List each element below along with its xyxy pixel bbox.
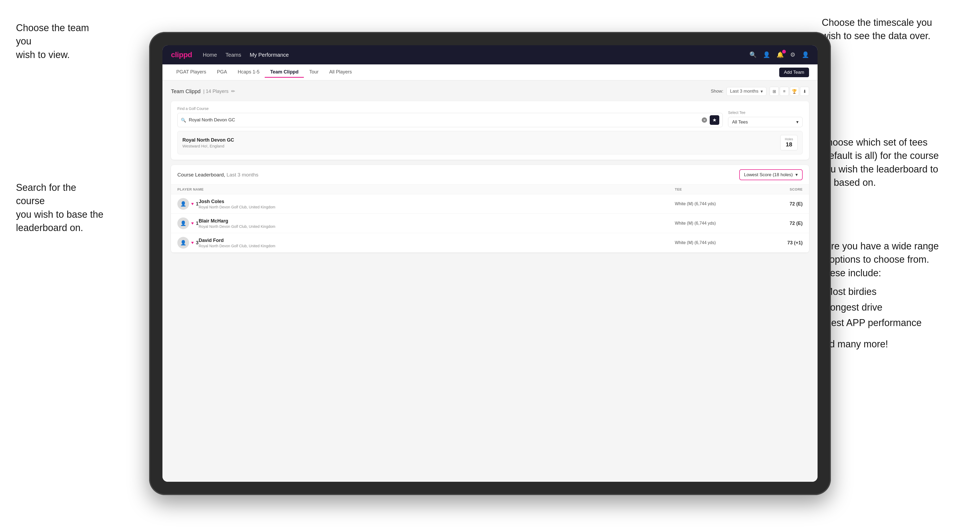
navbar: clippd Home Teams My Performance 🔍 👤 🔔 ⚙… xyxy=(162,45,818,64)
annotation-right-options: Here you have a wide range of options to… xyxy=(819,240,939,351)
course-name: Royal North Devon GC xyxy=(182,137,234,143)
nav-my-performance[interactable]: My Performance xyxy=(250,52,289,58)
rank-1: 1 xyxy=(196,201,199,207)
tab-pgat[interactable]: PGAT Players xyxy=(171,67,212,78)
nav-home[interactable]: Home xyxy=(203,52,217,58)
tee-dropdown[interactable]: All Tees ▾ xyxy=(728,117,803,127)
list-view-button[interactable]: ≡ xyxy=(780,87,789,96)
player-name-3: David Ford xyxy=(199,238,275,243)
col-player-name: PLAYER NAME xyxy=(177,187,675,191)
edit-icon[interactable]: ✏ xyxy=(231,88,235,94)
table-header-row: PLAYER NAME TEE SCORE xyxy=(171,185,809,194)
rank-3: 3 xyxy=(196,240,199,246)
table-row: 👤 ♥ 1 Josh Coles Royal North Devon Golf … xyxy=(171,194,809,214)
course-info: Royal North Devon GC Westward Ho!, Engla… xyxy=(182,137,234,148)
search-section: Find a Golf Course 🔍 ✕ ★ Select Tee All … xyxy=(171,101,809,160)
view-icons: ⊞ ≡ 🏆 ⬇ xyxy=(770,87,809,96)
search-icon[interactable]: 🔍 xyxy=(749,51,757,58)
tab-pga[interactable]: PGA xyxy=(212,67,232,78)
search-row: Find a Golf Course 🔍 ✕ ★ Select Tee All … xyxy=(177,106,803,127)
heart-icon-2[interactable]: ♥ xyxy=(191,221,194,226)
options-list: Most birdies Longest drive Best APP perf… xyxy=(819,285,939,330)
course-result: Royal North Devon GC Westward Ho!, Engla… xyxy=(177,131,803,154)
subnav-tabs: PGAT Players PGA Hcaps 1-5 Team Clippd T… xyxy=(171,67,779,78)
option-app: Best APP performance xyxy=(819,316,939,330)
search-icon: 🔍 xyxy=(181,117,186,123)
holes-label: Holes xyxy=(785,137,793,141)
tablet-screen: clippd Home Teams My Performance 🔍 👤 🔔 ⚙… xyxy=(162,45,818,482)
holes-number: 18 xyxy=(785,141,793,148)
rank-cell-2: 👤 ♥ 1 xyxy=(177,217,199,229)
score-type-dropdown[interactable]: Lowest Score (18 holes) ▾ xyxy=(739,169,803,180)
avatar-1: 👤 xyxy=(177,198,189,210)
col-score: SCORE xyxy=(755,187,803,191)
holes-box: Holes 18 xyxy=(780,135,797,151)
tab-all-players[interactable]: All Players xyxy=(324,67,357,78)
heart-icon-3[interactable]: ♥ xyxy=(191,240,194,245)
settings-icon[interactable]: ⚙ xyxy=(790,51,795,58)
trophy-view-button[interactable]: 🏆 xyxy=(790,87,799,96)
chevron-down-icon: ▾ xyxy=(760,89,763,94)
annotation-top-right: Choose the timescale you wish to see the… xyxy=(822,16,932,43)
player-club-3: Royal North Devon Golf Club, United King… xyxy=(199,244,275,248)
rank-cell-3: 👤 ♥ 3 xyxy=(177,237,199,249)
tee-info-1: White (M) (6,744 yds) xyxy=(675,202,755,206)
tee-info-2: White (M) (6,744 yds) xyxy=(675,221,755,226)
add-team-button[interactable]: Add Team xyxy=(779,68,809,77)
chevron-down-icon: ▾ xyxy=(795,172,798,178)
download-button[interactable]: ⬇ xyxy=(800,87,809,96)
show-dropdown[interactable]: Last 3 months ▾ xyxy=(727,87,767,96)
people-icon[interactable]: 👤 xyxy=(763,51,770,58)
notification-badge xyxy=(782,50,786,54)
navbar-icons: 🔍 👤 🔔 ⚙ 👤 xyxy=(749,51,809,58)
score-2: 72 (E) xyxy=(755,221,803,226)
leaderboard-table: PLAYER NAME TEE SCORE 👤 ♥ 1 J xyxy=(171,185,809,252)
tab-tour[interactable]: Tour xyxy=(304,67,324,78)
favorite-button[interactable]: ★ xyxy=(710,115,719,125)
table-row: 👤 ♥ 3 David Ford Royal North Devon Golf … xyxy=(171,233,809,252)
app-brand: clippd xyxy=(171,51,192,59)
leaderboard-title: Course Leaderboard, Last 3 months xyxy=(177,172,258,178)
show-controls: Show: Last 3 months ▾ ⊞ ≡ 🏆 ⬇ xyxy=(711,87,809,96)
find-course-label: Find a Golf Course xyxy=(177,106,723,111)
tee-info-3: White (M) (6,744 yds) xyxy=(675,240,755,245)
avatar-3: 👤 xyxy=(177,237,189,249)
leaderboard-section: Course Leaderboard, Last 3 months Lowest… xyxy=(171,165,809,252)
tee-group: Select Tee All Tees ▾ xyxy=(728,110,803,127)
col-tee: TEE xyxy=(675,187,755,191)
annotation-left-middle: Search for the course you wish to base t… xyxy=(16,181,107,235)
player-name-2: Blair McHarg xyxy=(199,218,275,224)
tee-label: Select Tee xyxy=(728,110,803,115)
grid-view-button[interactable]: ⊞ xyxy=(770,87,779,96)
player-name-1: Josh Coles xyxy=(199,199,275,205)
score-1: 72 (E) xyxy=(755,201,803,207)
option-drive: Longest drive xyxy=(819,301,939,314)
nav-teams[interactable]: Teams xyxy=(226,52,241,58)
subnav: PGAT Players PGA Hcaps 1-5 Team Clippd T… xyxy=(162,64,818,80)
option-birdies: Most birdies xyxy=(819,285,939,298)
content-area: Team Clippd | 14 Players ✏ Show: Last 3 … xyxy=(162,80,818,482)
search-input[interactable] xyxy=(189,117,699,123)
player-club-2: Royal North Devon Golf Club, United King… xyxy=(199,224,275,229)
player-info-1: Josh Coles Royal North Devon Golf Club, … xyxy=(199,199,675,209)
clear-search-button[interactable]: ✕ xyxy=(702,117,707,123)
avatar-icon[interactable]: 👤 xyxy=(802,51,809,58)
tab-hcaps[interactable]: Hcaps 1-5 xyxy=(232,67,265,78)
avatar-2: 👤 xyxy=(177,217,189,229)
navbar-links: Home Teams My Performance xyxy=(203,52,289,58)
table-row: 👤 ♥ 1 Blair McHarg Royal North Devon Gol… xyxy=(171,214,809,233)
annotation-top-left: Choose the team you wish to view. xyxy=(16,21,107,62)
tab-team-clippd[interactable]: Team Clippd xyxy=(265,67,304,78)
score-3: 73 (+1) xyxy=(755,240,803,246)
annotation-right-tees: Choose which set of tees (default is all… xyxy=(821,136,939,197)
chevron-down-icon: ▾ xyxy=(796,119,799,125)
heart-icon-1[interactable]: ♥ xyxy=(191,202,194,206)
rank-cell-1: 👤 ♥ 1 xyxy=(177,198,199,210)
tablet-frame: clippd Home Teams My Performance 🔍 👤 🔔 ⚙… xyxy=(149,32,831,495)
search-input-wrapper: 🔍 ✕ ★ xyxy=(177,113,723,127)
team-header: Team Clippd | 14 Players ✏ Show: Last 3 … xyxy=(171,87,809,96)
player-club-1: Royal North Devon Golf Club, United King… xyxy=(199,205,275,209)
leaderboard-header: Course Leaderboard, Last 3 months Lowest… xyxy=(171,165,809,185)
bell-icon[interactable]: 🔔 xyxy=(776,51,784,58)
player-info-2: Blair McHarg Royal North Devon Golf Club… xyxy=(199,218,675,229)
